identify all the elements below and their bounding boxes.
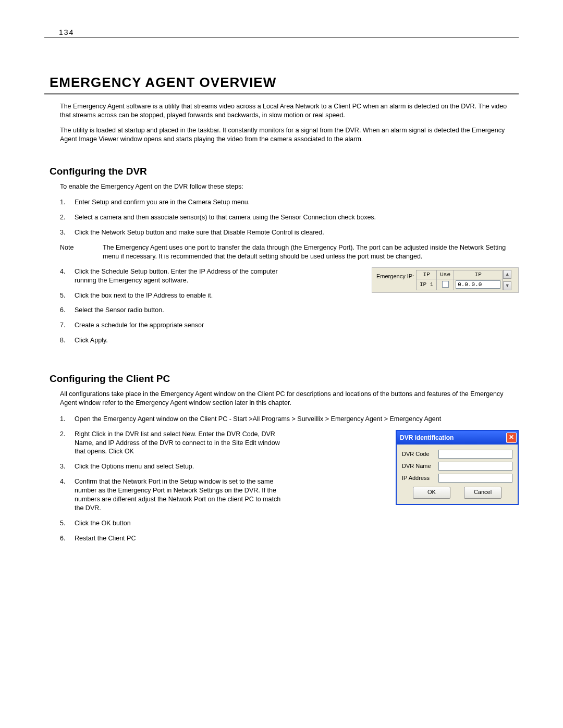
- input-dvr-name[interactable]: [438, 462, 512, 471]
- ip-value-input[interactable]: 0.0.0.0: [456, 280, 500, 289]
- list-item: 1. Enter Setup and confirm you are in th…: [60, 198, 519, 207]
- page-number: 134: [44, 28, 519, 38]
- col-header-use: Use: [437, 270, 454, 279]
- list-item: 4. Click the Schedule Setup button. Ente…: [60, 267, 363, 285]
- dialog-titlebar: DVR identification ✕: [397, 431, 518, 445]
- dvr-identification-dialog: DVR identification ✕ DVR Code DVR Name I…: [396, 430, 519, 505]
- list-item: 1. Open the Emergency Agent window on th…: [60, 415, 519, 424]
- close-button[interactable]: ✕: [506, 433, 517, 443]
- list-item: 5. Click the OK button: [60, 519, 519, 528]
- ip-use-checkbox[interactable]: [442, 281, 449, 288]
- ip-row-label: IP 1: [417, 279, 437, 290]
- list-item: 6. Select the Sensor radio button.: [60, 306, 519, 315]
- label-ip-address: IP Address: [402, 475, 438, 481]
- top-rule: [44, 38, 519, 38]
- note-row: Note The Emergency Agent uses one port t…: [60, 243, 519, 261]
- note-text: The Emergency Agent uses one port to tra…: [103, 243, 519, 261]
- emergency-ip-scrollbar: ▲ ▼: [503, 270, 511, 290]
- emergency-ip-label: Emergency IP:: [376, 270, 416, 279]
- field-row-dvr-name: DVR Name: [402, 462, 512, 471]
- col-header-ip-value: IP: [454, 270, 503, 279]
- scroll-up-button[interactable]: ▲: [503, 270, 511, 279]
- list-item: 3. Click the Network Setup button and ma…: [60, 228, 519, 237]
- list-item: 8. Click Apply.: [60, 336, 519, 345]
- list-item: 6. Restart the Client PC: [60, 534, 519, 543]
- list-item: 5. Click the box next to the IP Address …: [60, 291, 363, 300]
- input-dvr-code[interactable]: [438, 450, 512, 459]
- list-item: 4. Confirm that the Network Port in the …: [60, 477, 387, 513]
- field-row-dvr-code: DVR Code: [402, 450, 512, 459]
- label-dvr-code: DVR Code: [402, 451, 438, 457]
- label-dvr-name: DVR Name: [402, 463, 438, 469]
- dvr-steps-a: 1. Enter Setup and confirm you are in th…: [44, 198, 519, 261]
- cancel-button[interactable]: Cancel: [464, 487, 501, 499]
- ok-button[interactable]: OK: [413, 487, 450, 499]
- intro-paragraph-1: The Emergency Agent software is a utilit…: [44, 102, 519, 120]
- emergency-ip-table: IP Use IP IP 1 0.0.0.0: [416, 270, 503, 290]
- col-header-ip: IP: [417, 270, 437, 279]
- field-row-ip-address: IP Address: [402, 474, 512, 483]
- ip-value-cell: 0.0.0.0: [454, 279, 503, 290]
- input-ip-address[interactable]: [438, 474, 512, 483]
- section-intro-client: All configurations take place in the Eme…: [44, 390, 519, 408]
- intro-paragraph-2: The utility is loaded at startup and pla…: [44, 126, 519, 144]
- heading-rule: [44, 93, 519, 95]
- list-item: 7. Create a schedule for the appropriate…: [60, 321, 519, 330]
- client-step-1: 1. Open the Emergency Agent window on th…: [44, 415, 519, 424]
- note-label: Note: [60, 243, 103, 261]
- scroll-down-button[interactable]: ▼: [503, 281, 511, 290]
- main-heading: EMERGENCY AGENT OVERVIEW: [50, 75, 519, 91]
- ip-use-cell: [437, 279, 454, 290]
- list-item: 3. Click the Options menu and select Set…: [60, 462, 387, 471]
- section-heading-client: Configuring the Client PC: [50, 373, 519, 385]
- table-row: IP 1 0.0.0.0: [417, 279, 503, 290]
- list-item: 2. Select a camera and then associate se…: [60, 213, 519, 222]
- emergency-ip-widget: Emergency IP: IP Use IP IP 1 0.0.0.: [372, 267, 519, 293]
- dialog-title-text: DVR identification: [400, 434, 454, 441]
- section-heading-dvr: Configuring the DVR: [50, 166, 519, 177]
- list-item: 2. Right Click in the DVR list and selec…: [60, 430, 387, 456]
- section-intro-dvr: To enable the Emergency Agent on the DVR…: [44, 182, 519, 191]
